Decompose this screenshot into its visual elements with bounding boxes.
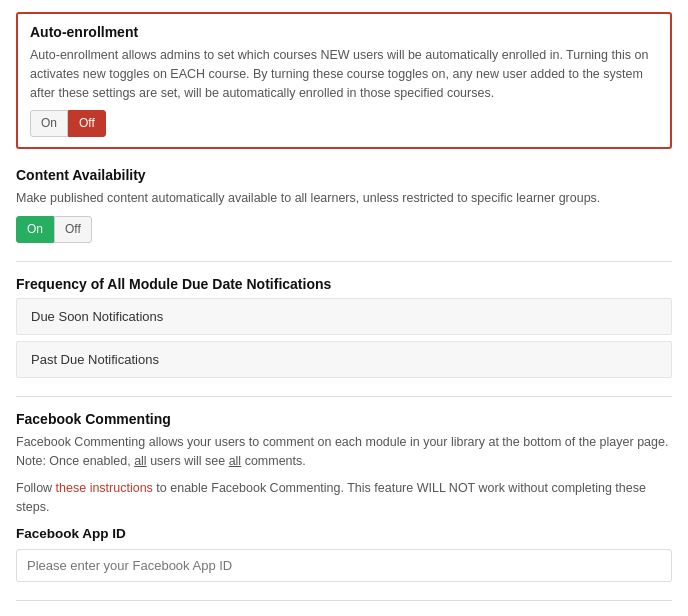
these-instructions-link[interactable]: these instructions <box>56 481 153 495</box>
facebook-commenting-section: Facebook Commenting Facebook Commenting … <box>16 411 672 582</box>
divider-1 <box>16 261 672 262</box>
facebook-app-id-label: Facebook App ID <box>16 526 672 541</box>
auto-enrollment-toggle: On Off <box>30 110 658 137</box>
facebook-app-id-container: Facebook App ID <box>16 526 672 582</box>
facebook-commenting-title: Facebook Commenting <box>16 411 672 427</box>
facebook-commenting-description2: Follow these instructions to enable Face… <box>16 479 672 517</box>
divider-3 <box>16 600 672 601</box>
content-availability-description: Make published content automatically ava… <box>16 189 672 208</box>
auto-enrollment-on-button[interactable]: On <box>30 110 68 137</box>
content-availability-toggle: On Off <box>16 216 672 243</box>
divider-2 <box>16 396 672 397</box>
all-underline-1: all <box>134 454 147 468</box>
auto-enrollment-description: Auto-enrollment allows admins to set whi… <box>30 46 658 102</box>
notifications-section: Frequency of All Module Due Date Notific… <box>16 276 672 378</box>
past-due-notification-row[interactable]: Past Due Notifications <box>16 341 672 378</box>
facebook-app-id-input[interactable] <box>16 549 672 582</box>
content-availability-title: Content Availability <box>16 167 672 183</box>
due-soon-notification-row[interactable]: Due Soon Notifications <box>16 298 672 335</box>
auto-enrollment-off-button[interactable]: Off <box>68 110 106 137</box>
content-availability-section: Content Availability Make published cont… <box>16 167 672 243</box>
content-availability-off-button[interactable]: Off <box>54 216 92 243</box>
auto-enrollment-section: Auto-enrollment Auto-enrollment allows a… <box>16 12 672 149</box>
auto-enrollment-title: Auto-enrollment <box>30 24 658 40</box>
content-availability-on-button[interactable]: On <box>16 216 54 243</box>
all-underline-2: all <box>229 454 242 468</box>
notifications-title: Frequency of All Module Due Date Notific… <box>16 276 672 292</box>
facebook-commenting-description1: Facebook Commenting allows your users to… <box>16 433 672 471</box>
due-soon-label: Due Soon Notifications <box>31 309 163 324</box>
past-due-label: Past Due Notifications <box>31 352 159 367</box>
